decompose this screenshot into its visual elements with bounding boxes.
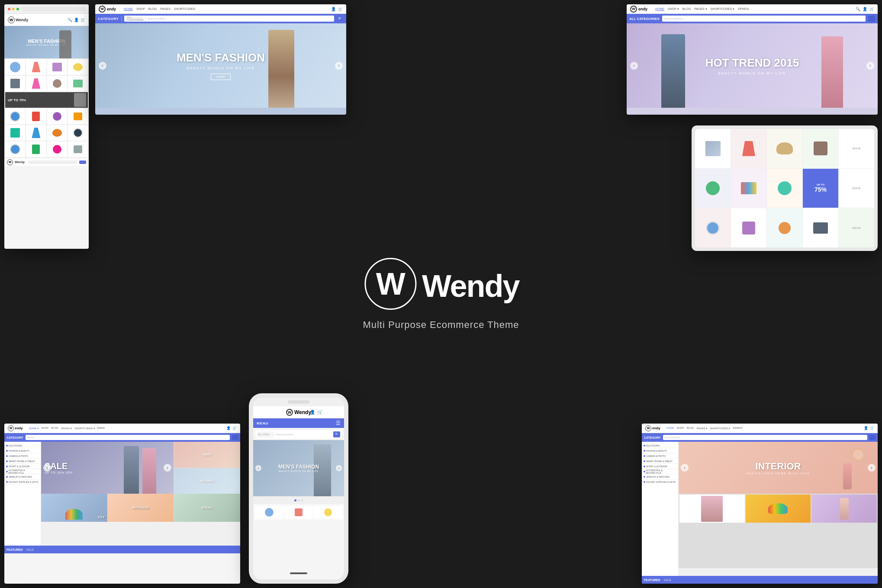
product-bag [814,141,827,155]
product-img-item [73,63,83,71]
women-label: WOMEN [200,479,214,483]
mobile-cat-text: ALL CATEG [258,433,270,436]
product-img [74,145,82,153]
sidebar-item-camera: CAMERA & PHOTO [4,453,41,459]
product-cell [68,59,88,75]
mobile-menu-bar: MENU ☰ [253,418,344,428]
interior-arrow-r[interactable]: › [868,464,876,472]
int-cell-3 [811,495,877,523]
person2-bl [142,448,156,494]
mobile-prod-img2 [295,508,303,516]
search-bar-center[interactable]: ALL CATEGORIES Search product... [124,16,334,22]
hero-btn-center[interactable]: SHOP [211,74,231,80]
sidebar-label8: HOLIDAY SUPPLIES & GIFTS [9,481,38,483]
product-img-shoe [32,62,40,72]
nav-home: HOME [124,7,133,11]
cart-icon-br: 🛒 [870,426,874,430]
nav-home-bl: HOME ▾ [29,427,39,430]
sale-banner: UP TO 75% [5,92,88,108]
cat-label-br: CATEGORY [644,436,661,439]
preview-tablet: $24.99 UP TO 75% $18.50 [692,125,878,251]
sb-label8: HOLIDAY SUPPLIES & GIFTS [646,481,676,483]
product-cell [47,59,67,75]
main-content-bl: ELECTRONIC FASHION & BEAUTY CAMERA & PHO… [4,442,240,546]
hero-title-right: HOT TREND 2015 [705,56,799,70]
arrow-l-bl[interactable]: ‹ [43,464,51,472]
arrow-r-bl[interactable]: › [164,464,171,472]
sb-label5: SPORT & OUTDOOR [646,465,667,468]
search-bl[interactable]: Search... [26,435,230,440]
mobile-logo: W Wendy [286,409,311,416]
tablet-cell [731,129,766,168]
sidebar-item-sport: SPORT & OUTDOOR [4,464,41,469]
product-tablet-mini [742,222,755,235]
mobile-search-btn[interactable]: 🔍 [333,431,340,437]
nav-blog-br: BLOG [687,427,694,430]
nav-demos-r: DFMOS [738,7,749,11]
toy-label: TOY [97,515,104,519]
navbar-center: W endy HOME SHOP BLOG PAGES SHORTCODES 👤… [95,4,346,14]
navbar-bl: W endy HOME ▾ SHOP BLOG PAGES ▾ SHORTCOD… [4,424,240,433]
nav-shop-r: SHOP ▾ [668,7,679,11]
sb-label: ELECTRONIC [646,444,660,447]
sidebar-dot8 [6,481,8,483]
category-dropdown[interactable]: ALL CATEGORIES [126,16,143,21]
search-right[interactable]: Search products... [662,16,866,22]
mobile-logo-circle: W [286,409,293,416]
product-img [10,128,20,138]
product-img [10,111,20,122]
interior-arrow-l[interactable]: ‹ [681,464,689,472]
tablet-cell [803,129,838,168]
wendy-logo-small: W Wendy [8,16,28,23]
product-cell [47,109,67,124]
mobile-search[interactable]: ALL CATEG Search product... 🔍 [255,430,342,439]
search-br[interactable]: Search products... [663,435,867,440]
tablet-inner: $24.99 UP TO 75% $18.50 [695,129,874,247]
hero-arrow-left-right[interactable]: ‹ [630,62,638,70]
hero-arrow-left-center[interactable]: ‹ [99,62,106,70]
logo-name-br: endy [652,426,660,430]
sidebar-item-phone: SMART PHONE & TABLET [4,459,41,464]
mobile-inner: W Wendy 👤 🛒 MENU ☰ ALL CATEG Search prod… [253,398,344,579]
sale-tab: SALE [26,548,34,551]
product-cell [68,109,88,124]
sb-label3: CAMERA & PHOTO [646,455,666,457]
tablet-cell3 [695,208,731,247]
mobile-hamburger-icon[interactable]: ☰ [336,420,341,426]
mobile-header: W Wendy 👤 🛒 [253,406,344,418]
preview-desktop-center: W endy HOME SHOP BLOG PAGES SHORTCODES 👤… [95,4,346,115]
navbar-right: W endy HOME SHOP ▾ BLOG PAGES ▾ SHORTCOD… [627,4,878,14]
search-btn-right[interactable] [868,16,875,22]
logo-name-bl: endy [15,426,23,430]
logo-br: W endy [645,425,660,431]
search-btn-br[interactable] [869,435,876,440]
product-cell [47,76,67,91]
sb-dot8 [644,481,645,483]
sidebar-item-fashion: FASHION & BEAUTY [4,448,41,453]
circle-obj [852,448,865,461]
nav-email-bl: EMAIL [97,427,105,430]
category-bar-center: CATEGORY ALL CATEGORIES Search product..… [95,14,346,23]
phone-status-bar [253,398,344,406]
logo-right: W endy [630,6,647,13]
featured-tab: FEATURED [6,548,23,551]
hero-right: HOT TREND 2015 BEAUTY WORLD ON MY LIFE ‹… [627,23,878,108]
mobile-arrow-r[interactable]: › [336,465,342,471]
mobile-logo-name: Wendy [294,409,311,415]
sb-sport: SPORT & OUTDOOR [642,464,678,469]
featured-tab-br: FEATURED [644,578,660,582]
hero-arrow-right-right[interactable]: › [866,62,874,70]
sale-pct: 75% [814,186,827,193]
user-icon: 👤 [74,18,79,22]
sidebar-item-holiday: HOLIDAY SUPPLIES & GIFTS [4,479,41,485]
dot-red [8,8,10,10]
search-btn-bl[interactable] [232,435,238,440]
nav-icons-br: 👤 🛒 [864,426,874,430]
mobile-cat-dropdown[interactable]: ALL CATEG [257,431,274,437]
mobile-arrow-l[interactable]: ‹ [255,465,261,471]
search-button-center[interactable]: 🔍 [337,16,344,22]
hero-subtitle-right: BEAUTY WORLD ON MY LIFE [705,71,799,75]
hero-arrow-right-center[interactable]: › [335,62,343,70]
feature-bar-bl: FEATURED SALE [4,546,240,553]
hero-title-center: MEN'S FASHION [177,51,265,64]
